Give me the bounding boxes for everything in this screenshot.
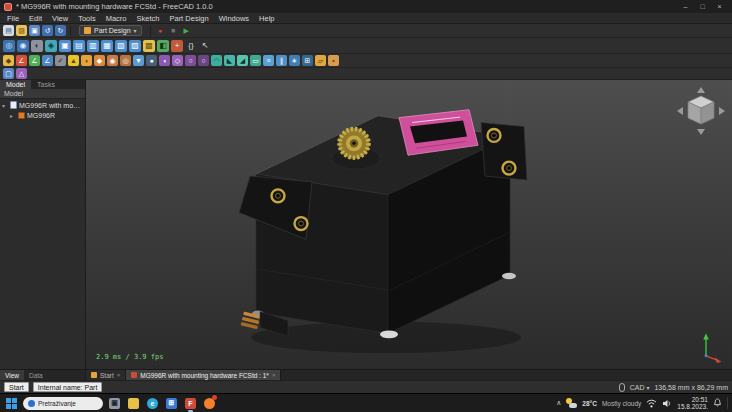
close-icon[interactable]: × [272, 372, 276, 378]
create-sketch-icon[interactable]: ∠ [16, 55, 27, 66]
additive-loft-icon[interactable]: ◆ [94, 55, 105, 66]
show-desktop-button[interactable] [727, 397, 728, 409]
texture-view-icon[interactable]: ▩ [143, 40, 155, 52]
view-rear-icon[interactable]: ▦ [101, 40, 113, 52]
revolution-icon[interactable]: ◗ [81, 55, 92, 66]
freecad-app-icon [4, 3, 12, 11]
doc-tab-start[interactable]: Start × [86, 370, 126, 380]
workbench-selector[interactable]: Part Design ▾ [79, 25, 142, 36]
menu-sketch[interactable]: Sketch [132, 14, 165, 23]
menu-file[interactable]: File [2, 14, 24, 23]
macro-record-icon[interactable]: ● [155, 25, 166, 36]
persistent-section-icon[interactable]: ▢ [3, 68, 14, 79]
menu-macro[interactable]: Macro [101, 14, 132, 23]
weather-temp[interactable]: 28°C [582, 400, 597, 407]
taskbar-clock[interactable]: 20:51 15.8.2023. [677, 396, 708, 410]
expander-icon[interactable]: ▸ [10, 112, 16, 119]
edit-sketch-icon[interactable]: ∠ [29, 55, 40, 66]
subtractive-helix-icon[interactable]: ○ [198, 55, 209, 66]
close-icon[interactable]: × [117, 372, 121, 378]
fillet-icon[interactable]: ◠ [211, 55, 222, 66]
std-new-icon[interactable]: ▤ [3, 25, 14, 36]
close-button[interactable]: × [711, 0, 728, 13]
view-isometric-icon[interactable]: ◈ [45, 40, 57, 52]
tree-item-part[interactable]: ▸ MG996R [0, 110, 85, 120]
tree-item-document[interactable]: ▾ MG996R with mounting hardware [0, 100, 85, 110]
maximize-button[interactable]: □ [694, 0, 711, 13]
additive-helix-icon[interactable]: ◎ [120, 55, 131, 66]
hole-icon[interactable]: ● [146, 55, 157, 66]
start-button[interactable] [4, 395, 19, 411]
edge-button[interactable]: e [145, 395, 160, 411]
expander-icon[interactable]: ▾ [2, 102, 8, 109]
linear-pattern-icon[interactable]: ≡ [263, 55, 274, 66]
view-zoom-selection-icon[interactable]: ◉ [17, 40, 29, 52]
pad-icon[interactable]: ▲ [68, 55, 79, 66]
subtractive-loft-icon[interactable]: ◇ [172, 55, 183, 66]
view-right-icon[interactable]: ▥ [87, 40, 99, 52]
3d-canvas[interactable] [86, 80, 732, 369]
view-top-icon[interactable]: ▤ [73, 40, 85, 52]
menu-part-design[interactable]: Part Design [164, 14, 213, 23]
file-explorer-button[interactable] [126, 395, 141, 411]
menu-tools[interactable]: Tools [73, 14, 101, 23]
menu-edit[interactable]: Edit [24, 14, 47, 23]
doc-tab-document[interactable]: MG996R with mounting hardware FCStd : 1*… [126, 370, 281, 380]
validate-sketch-icon[interactable]: ✓ [55, 55, 66, 66]
additive-pipe-icon[interactable]: ◉ [107, 55, 118, 66]
tray-chevron-icon[interactable]: ∧ [556, 399, 561, 407]
weather-icon [566, 398, 577, 408]
datum-point-icon[interactable]: • [328, 55, 339, 66]
std-open-icon[interactable]: ▨ [16, 25, 27, 36]
std-undo-icon[interactable]: ↺ [42, 25, 53, 36]
taskbar-search[interactable]: Pretraživanje [23, 397, 103, 410]
navigation-cube[interactable] [676, 86, 726, 136]
tab-view[interactable]: View [0, 370, 24, 380]
store-button[interactable]: ⊞ [164, 395, 179, 411]
chamfer-icon[interactable]: ◣ [224, 55, 235, 66]
groove-icon[interactable]: ◖ [159, 55, 170, 66]
freecad-button[interactable]: F [183, 395, 198, 411]
3d-viewport[interactable]: 2.9 ms / 3.9 fps [86, 80, 732, 369]
macro-play-icon[interactable]: ▶ [181, 25, 192, 36]
menu-view[interactable]: View [47, 14, 73, 23]
view-fit-all-icon[interactable]: ◎ [3, 40, 15, 52]
mirrored-icon[interactable]: ∥ [276, 55, 287, 66]
std-save-icon[interactable]: ▣ [29, 25, 40, 36]
volume-icon[interactable] [662, 399, 672, 408]
draft-icon[interactable]: ◢ [237, 55, 248, 66]
selection-pointer-icon[interactable]: ↖ [199, 40, 211, 52]
polar-pattern-icon[interactable]: ∗ [289, 55, 300, 66]
map-sketch-icon[interactable]: ∠ [42, 55, 53, 66]
nav-style-selector[interactable]: CAD ▾ [630, 384, 650, 391]
view-bottom-icon[interactable]: ▧ [115, 40, 127, 52]
view-front-icon[interactable]: ▣ [59, 40, 71, 52]
python-braces-icon[interactable]: {} [185, 40, 197, 52]
wifi-icon[interactable] [646, 399, 657, 408]
dependency-graph-icon[interactable]: △ [16, 68, 27, 79]
minimize-button[interactable]: – [677, 0, 694, 13]
document-tab-icon [131, 372, 137, 378]
create-body-icon[interactable]: ◆ [3, 55, 14, 66]
draw-style-icon[interactable]: ◐ [31, 40, 43, 52]
measure-icon[interactable]: + [171, 40, 183, 52]
notification-bell-icon[interactable] [713, 398, 722, 408]
firefox-button[interactable] [202, 395, 217, 411]
clip-plane-icon[interactable]: ◧ [157, 40, 169, 52]
tab-data[interactable]: Data [24, 370, 48, 380]
thickness-icon[interactable]: ▭ [250, 55, 261, 66]
menu-windows[interactable]: Windows [214, 14, 254, 23]
std-redo-icon[interactable]: ↻ [55, 25, 66, 36]
tab-tasks[interactable]: Tasks [31, 80, 61, 89]
macro-stop-icon[interactable]: ■ [168, 25, 179, 36]
workbench-icon [84, 27, 91, 34]
datum-plane-icon[interactable]: ▱ [315, 55, 326, 66]
subtractive-pipe-icon[interactable]: ○ [185, 55, 196, 66]
pocket-icon[interactable]: ▼ [133, 55, 144, 66]
weather-condition[interactable]: Mostly cloudy [602, 400, 641, 407]
tab-model[interactable]: Model [0, 80, 31, 89]
view-left-icon[interactable]: ▨ [129, 40, 141, 52]
task-view-button[interactable]: ▣ [107, 395, 122, 411]
menu-help[interactable]: Help [254, 14, 279, 23]
multitransform-icon[interactable]: ⊞ [302, 55, 313, 66]
